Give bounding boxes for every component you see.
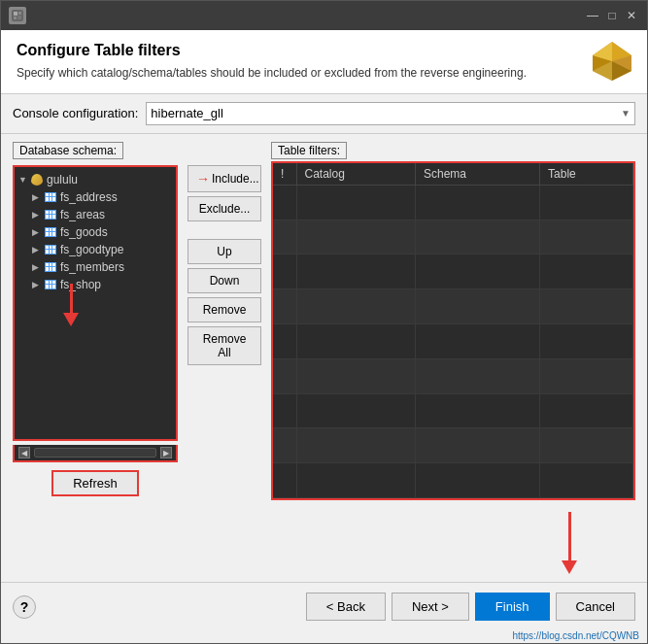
titlebar-controls: — □ ✕	[585, 8, 639, 23]
tree-label: fs_address	[60, 190, 118, 204]
maximize-button[interactable]: □	[604, 8, 620, 23]
refresh-area: Refresh	[13, 466, 178, 500]
table-row	[273, 358, 633, 393]
cell-catalog	[296, 428, 416, 463]
cell-table	[540, 220, 633, 254]
cell-schema	[416, 220, 540, 254]
cell-catalog	[296, 289, 416, 324]
cell-schema	[416, 463, 540, 498]
cell-catalog	[296, 393, 416, 428]
table-row	[273, 323, 633, 358]
tree-leaf-icon: ▶	[32, 245, 44, 254]
cell-flag	[273, 358, 296, 393]
col-header-catalog: Catalog	[296, 163, 416, 186]
next-button[interactable]: Next >	[392, 593, 469, 621]
dialog-header: Configure Table filters Specify which ca…	[1, 30, 647, 94]
cell-flag	[273, 393, 296, 428]
cell-catalog	[296, 323, 416, 358]
cell-schema	[416, 289, 540, 324]
tree-item-fs-goodtype[interactable]: ▶ fs_goodtype	[15, 241, 176, 258]
table-row	[273, 428, 633, 463]
table-row	[273, 185, 633, 220]
close-button[interactable]: ✕	[624, 8, 639, 23]
exclude-button[interactable]: Exclude...	[188, 196, 261, 221]
footer-left: ?	[13, 595, 36, 619]
tree-item-fs-members[interactable]: ▶ fs_members	[15, 258, 176, 276]
cell-table	[540, 289, 633, 324]
remove-all-button[interactable]: Remove All	[188, 326, 261, 365]
table-row	[273, 254, 633, 289]
app-icon	[9, 7, 26, 24]
table-row	[273, 393, 633, 428]
footer-area: ? < Back Next > Finish Cancel	[1, 582, 647, 630]
table-icon	[44, 225, 57, 239]
remove-button[interactable]: Remove	[188, 297, 261, 322]
db-icon	[30, 173, 44, 186]
svg-rect-4	[17, 16, 21, 19]
tree-label: fs_members	[60, 260, 124, 274]
db-schema-label-wrapper: Database schema:	[13, 142, 178, 159]
svg-rect-2	[18, 12, 21, 15]
right-panel: Table filters: ! Catalog Schema Table	[271, 142, 635, 500]
finish-button[interactable]: Finish	[475, 593, 550, 621]
main-window: — □ ✕ Configure Table filters Specify wh…	[0, 0, 648, 644]
tree-leaf-icon: ▶	[32, 280, 44, 289]
logo-area	[589, 38, 635, 85]
cell-flag	[273, 428, 296, 463]
cell-table	[540, 358, 633, 393]
scroll-right-icon[interactable]: ▶	[160, 447, 172, 458]
cancel-button[interactable]: Cancel	[556, 593, 635, 621]
back-button[interactable]: < Back	[306, 593, 386, 621]
help-button[interactable]: ?	[13, 595, 36, 619]
cell-flag	[273, 220, 296, 254]
col-header-table: Table	[540, 163, 633, 186]
db-schema-label: Database schema:	[13, 142, 123, 159]
tree-label: fs_goodtype	[60, 243, 123, 256]
titlebar: — □ ✕	[1, 1, 647, 30]
include-button[interactable]: → Include...	[188, 165, 261, 192]
cell-table	[540, 393, 633, 428]
table-filters-label: Table filters:	[271, 142, 347, 159]
refresh-button[interactable]: Refresh	[51, 470, 139, 496]
cell-flag	[273, 463, 296, 498]
cell-catalog	[296, 220, 416, 254]
table-icon	[44, 260, 57, 274]
svg-rect-3	[14, 17, 17, 19]
tree-item-fs-address[interactable]: ▶ fs_address	[15, 188, 176, 206]
tree-leaf-icon: ▶	[32, 210, 44, 220]
cell-catalog	[296, 358, 416, 393]
tree-leaf-icon: ▶	[32, 227, 44, 237]
tree-item-fs-goods[interactable]: ▶ fs_goods	[15, 223, 176, 241]
tree-item-gululu[interactable]: ▼ gululu	[15, 171, 176, 188]
cell-table	[540, 185, 633, 220]
tree-expand-icon: ▼	[18, 175, 30, 185]
middle-buttons: → Include... Exclude... Up Down Remove R…	[186, 142, 263, 500]
tree-scrollbar: ◀ ▶	[13, 445, 178, 462]
config-value: hibernate_gll	[151, 106, 222, 120]
cell-schema	[416, 428, 540, 463]
config-combo[interactable]: hibernate_gll ▼	[146, 102, 635, 125]
tree-label: gululu	[47, 173, 78, 186]
cell-schema	[416, 393, 540, 428]
cell-catalog	[296, 463, 416, 498]
tree-item-fs-areas[interactable]: ▶ fs_areas	[15, 206, 176, 223]
combo-arrow-icon: ▼	[621, 108, 631, 119]
table-row	[273, 289, 633, 324]
table-filters-box: ! Catalog Schema Table	[271, 161, 635, 500]
db-tree[interactable]: ▼ gululu ▶ fs_address	[13, 165, 178, 441]
include-label: Include...	[212, 172, 259, 186]
horizontal-scrollbar[interactable]	[34, 448, 156, 458]
minimize-button[interactable]: —	[585, 8, 600, 23]
table-icon	[44, 278, 57, 291]
cell-flag	[273, 185, 296, 220]
tree-item-fs-shop[interactable]: ▶ fs_shop	[15, 276, 176, 293]
cell-table	[540, 428, 633, 463]
arrow-area	[13, 512, 635, 574]
cell-schema	[416, 358, 540, 393]
dialog-content: Configure Table filters Specify which ca…	[1, 30, 647, 643]
up-button[interactable]: Up	[188, 239, 261, 264]
col-header-schema: Schema	[416, 163, 540, 186]
down-button[interactable]: Down	[188, 268, 261, 293]
scroll-left-icon[interactable]: ◀	[18, 447, 30, 458]
table-row	[273, 463, 633, 498]
